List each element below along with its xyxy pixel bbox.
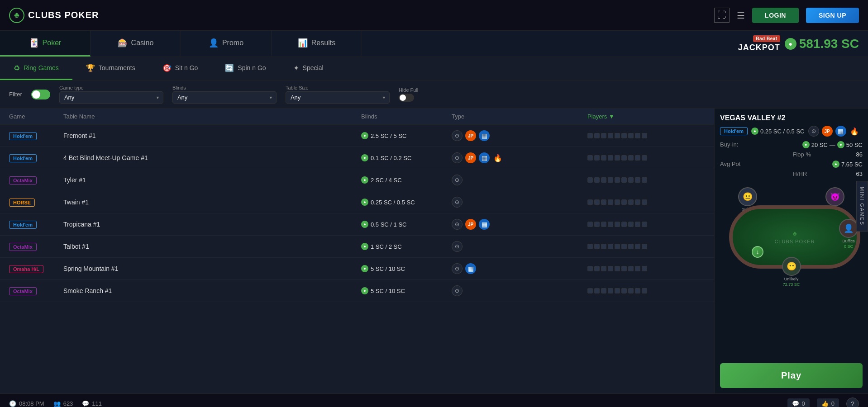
sub-nav-ring-games-label: Ring Games xyxy=(24,64,59,71)
play-button[interactable]: Play xyxy=(720,363,863,388)
table-name: Smoke Ranch #1 xyxy=(63,287,361,294)
sc-icon: ● xyxy=(361,287,368,294)
mini-games-tab[interactable]: MINI GAMES xyxy=(856,181,868,232)
table-name: Spring Mountain #1 xyxy=(63,265,361,272)
table-size-select[interactable]: Any 2 6 9 xyxy=(286,91,390,104)
shield-icon: ⊙ xyxy=(452,263,463,274)
special-icon: ✦ xyxy=(293,64,299,72)
sub-nav-tournaments[interactable]: 🏆 Tournaments xyxy=(72,57,149,80)
player-dot xyxy=(608,266,613,271)
filter-label: Filter xyxy=(9,91,22,98)
table-row[interactable]: Omaha H/L Spring Mountain #1 ● 5 SC / 10… xyxy=(0,258,714,280)
jackpot-value: ● 581.93 SC xyxy=(785,37,859,51)
player-dot xyxy=(635,199,640,205)
help-button[interactable]: ? xyxy=(846,398,859,407)
sub-nav-sit-n-go[interactable]: 🎯 Sit n Go xyxy=(149,57,212,80)
shield-icon: ⊙ xyxy=(452,285,463,296)
player-dot xyxy=(642,288,647,293)
blinds-filter: Blinds Any Micro Low Medium High xyxy=(172,85,277,104)
status-players: 👥 623 xyxy=(53,400,73,407)
blinds-cell: ● 2.5 SC / 5 SC xyxy=(361,132,452,139)
game-badge: OctaMix xyxy=(9,243,37,251)
sub-nav-tournaments-label: Tournaments xyxy=(99,64,135,71)
player-dot xyxy=(594,244,600,249)
nav-item-promo-label: Promo xyxy=(222,39,243,47)
player-dot xyxy=(587,244,593,249)
sc-icon: ● xyxy=(361,265,368,272)
message-icon: 💬 xyxy=(792,400,799,407)
player-dot xyxy=(635,177,640,183)
player-dot xyxy=(587,199,593,205)
table-icon: ▦ xyxy=(479,152,490,163)
fullscreen-icon[interactable]: ⛶ xyxy=(714,8,730,23)
player-dot xyxy=(635,266,640,271)
signup-button[interactable]: SIGN UP xyxy=(806,8,859,23)
like-count-box[interactable]: 👍 0 xyxy=(817,398,839,407)
table-row[interactable]: OctaMix Talbot #1 ● 1 SC / 2 SC ⊙ xyxy=(0,236,714,258)
nav-item-poker-label: Poker xyxy=(43,39,62,47)
players-dots xyxy=(587,177,705,183)
login-button[interactable]: LOGIN xyxy=(752,8,799,23)
hide-full-toggle[interactable] xyxy=(399,94,414,102)
fire-icon: 🔥 xyxy=(849,126,860,137)
main-layout: Game Table Name Blinds Type Players ▼ Ho… xyxy=(0,109,868,393)
sub-nav-spin-n-go[interactable]: 🔄 Spin n Go xyxy=(211,57,279,80)
preview-badge-row: Hold'em ● 0.25 SC / 0.5 SC ⊙ JP ▦ 🔥 xyxy=(720,126,863,137)
blinds-cell: ● 5 SC / 10 SC xyxy=(361,265,452,272)
player-dot xyxy=(621,288,627,293)
nav-item-casino-label: Casino xyxy=(131,39,154,47)
avatar-image: 😐 xyxy=(738,187,757,206)
table-row[interactable]: Hold'em Tropicana #1 ● 0.5 SC / 1 SC ⊙ J… xyxy=(0,213,714,236)
player-dot xyxy=(628,244,634,249)
casino-nav-icon: 🎰 xyxy=(118,38,128,48)
blinds-cell: ● 0.1 SC / 0.2 SC xyxy=(361,154,452,161)
player-dot xyxy=(642,266,647,271)
type-icons: ⊙ xyxy=(452,197,587,208)
jp-icon: JP xyxy=(822,126,833,137)
player-dot xyxy=(608,177,613,183)
status-time: 🕐 08:08 PM xyxy=(9,400,44,407)
blinds-select[interactable]: Any Micro Low Medium High xyxy=(172,91,277,104)
jackpot-amount: 581.93 SC xyxy=(799,37,859,51)
nav-item-casino[interactable]: 🎰 Casino xyxy=(91,31,181,57)
sub-nav-spin-n-go-label: Spin n Go xyxy=(238,64,266,71)
table-brand-label: ♣ CLUBS POKER xyxy=(774,230,815,244)
logo: ♣ CLUBS POKER xyxy=(9,8,99,23)
hide-full-filter: Hide Full xyxy=(399,87,421,102)
col-players[interactable]: Players ▼ xyxy=(587,113,705,120)
poker-table-container: 😐 Suicid 86.16 SC 😈 Monsters 66.67 SC xyxy=(720,183,863,291)
blinds-label: Blinds xyxy=(172,85,277,90)
jackpot-area: Bad Beat JACKPOT ● 581.93 SC xyxy=(738,31,868,57)
shield-icon: ⊙ xyxy=(452,130,463,141)
shield-icon: ⊙ xyxy=(452,175,463,185)
player-dot xyxy=(587,155,593,161)
nav-item-poker[interactable]: 🃏 Poker xyxy=(0,31,91,57)
table-row[interactable]: OctaMix Tyler #1 ● 2 SC / 4 SC ⊙ xyxy=(0,169,714,191)
player-dot xyxy=(587,133,593,138)
players-dots xyxy=(587,222,705,227)
table-row[interactable]: HORSE Twain #1 ● 0.25 SC / 0.5 SC ⊙ xyxy=(0,191,714,213)
table-row[interactable]: Hold'em Fremont #1 ● 2.5 SC / 5 SC ⊙ JP … xyxy=(0,125,714,147)
player-dot xyxy=(608,155,613,161)
filter-toggle[interactable] xyxy=(31,90,50,99)
message-count-box[interactable]: 💬 0 xyxy=(787,398,810,407)
table-name: Tropicana #1 xyxy=(63,221,361,228)
table-row[interactable]: Hold'em 4 Bet Blind Meet-Up Game #1 ● 0.… xyxy=(0,147,714,169)
sub-nav-special[interactable]: ✦ Special xyxy=(280,57,337,80)
filter-bar: Filter Game type Any Hold'em Omaha OctaM… xyxy=(0,80,868,109)
nav-item-results[interactable]: 📊 Results xyxy=(272,31,362,57)
hide-full-label: Hide Full xyxy=(399,87,418,93)
hamburger-menu-icon[interactable]: ☰ xyxy=(737,10,745,21)
nav-item-promo[interactable]: 👤 Promo xyxy=(181,31,272,57)
avatar-chips: 72.73 SC xyxy=(783,282,800,287)
game-type-select[interactable]: Any Hold'em Omaha OctaMix HORSE xyxy=(59,91,163,104)
preview-blinds-value: 0.25 SC / 0.5 SC xyxy=(760,128,805,135)
type-icons: ⊙ ▦ xyxy=(452,263,587,274)
game-badge: Hold'em xyxy=(9,132,37,140)
sub-nav-ring-games[interactable]: ♻ Ring Games xyxy=(0,57,72,80)
table-logo: CLUBS POKER xyxy=(774,239,815,244)
table-row[interactable]: OctaMix Smoke Ranch #1 ● 5 SC / 10 SC ⊙ xyxy=(0,280,714,302)
player-dot xyxy=(635,244,640,249)
type-icons: ⊙ JP ▦ xyxy=(452,130,587,141)
avatar-image: 😈 xyxy=(825,187,844,206)
